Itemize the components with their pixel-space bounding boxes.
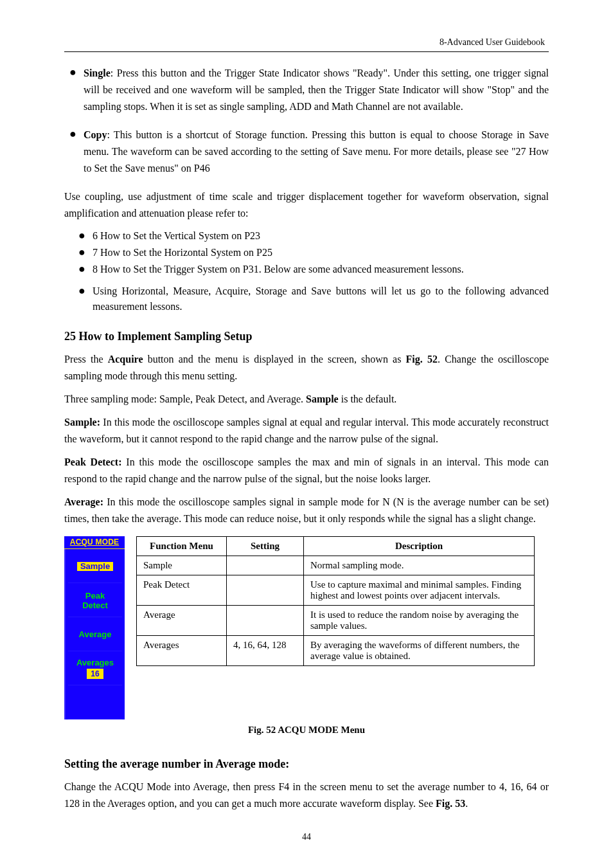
para-peak-desc: Peak Detect: In this mode the oscillosco… xyxy=(64,454,549,487)
bullet-icon: ● xyxy=(73,245,93,260)
table-row: Averages 4, 16, 64, 128 By averaging the… xyxy=(137,636,535,666)
menu-item-sample[interactable]: Sample xyxy=(64,549,125,583)
menu-item-averages[interactable]: Averages 16 xyxy=(64,651,125,685)
th-setting: Setting xyxy=(227,537,304,556)
page-number: 44 xyxy=(0,832,613,842)
header-divider xyxy=(64,51,549,52)
para-sample-desc: Sample: In this mode the oscilloscope sa… xyxy=(64,414,549,448)
short-bullet-1: 6 How to Set the Vertical System on P23 xyxy=(93,228,549,244)
heading-sampling-setup: 25 How to Implement Sampling Setup xyxy=(64,330,549,343)
acqu-mode-table: Function Menu Setting Description Sample… xyxy=(136,536,535,666)
heading-average-setting: Setting the average number in Average mo… xyxy=(64,757,549,771)
short-bullet-3: 8 How to Set the Trigger System on P31. … xyxy=(93,262,549,277)
bullet-icon: ● xyxy=(73,262,93,277)
short-bullet-2: 7 How to Set the Horizontal System on P2… xyxy=(93,245,549,260)
figure-caption: Fig. 52 ACQU MODE Menu xyxy=(64,725,549,736)
th-function-menu: Function Menu xyxy=(137,537,227,556)
bullet-icon: ● xyxy=(64,127,84,177)
short-bullet-4: Using Horizontal, Measure, Acquire, Stor… xyxy=(93,284,549,314)
th-description: Description xyxy=(304,537,535,556)
table-row: Peak Detect Use to capture maximal and m… xyxy=(137,575,535,606)
bullet-icon: ● xyxy=(64,65,84,115)
table-row: Sample Normal sampling mode. xyxy=(137,556,535,575)
bullet-copy: Copy: This button is a shortcut of Stora… xyxy=(84,127,549,177)
para-acquire-intro: Press the Acquire button and the menu is… xyxy=(64,351,549,384)
menu-item-peak-detect[interactable]: Peak Detect xyxy=(64,583,125,617)
para-average-setting: Change the ACQU Mode into Average, then … xyxy=(64,779,549,812)
bullet-icon: ● xyxy=(73,228,93,244)
short-list-intro: Use coupling, use adjustment of time sca… xyxy=(64,188,549,222)
bullet-icon: ● xyxy=(73,284,93,314)
para-average-desc: Average: In this mode the oscilloscope s… xyxy=(64,494,549,527)
acqu-mode-title: ACQU MODE xyxy=(64,536,125,549)
page-header: 8-Advanced User Guidebook xyxy=(64,37,549,48)
bullet-single: Single: Press this button and the Trigge… xyxy=(84,65,549,115)
table-row: Average It is used to reduce the random … xyxy=(137,606,535,636)
menu-item-average[interactable]: Average xyxy=(64,617,125,651)
menu-item-empty xyxy=(64,685,125,719)
acqu-mode-panel: ACQU MODE Sample Peak Detect Average Ave… xyxy=(64,536,125,719)
para-modes-summary: Three sampling mode: Sample, Peak Detect… xyxy=(64,391,549,408)
